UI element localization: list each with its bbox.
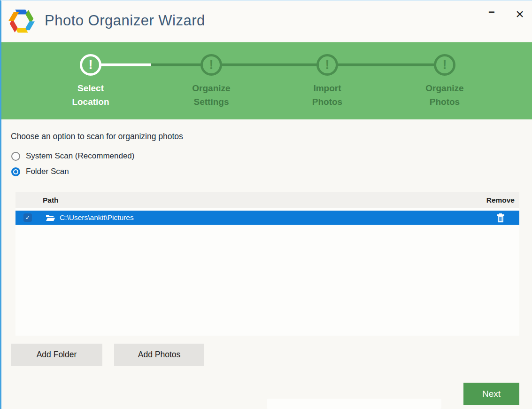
next-button[interactable]: Next (463, 383, 519, 405)
photo-organizer-window: Photo Organizer Wizard – × ! Select Loca… (0, 0, 532, 409)
step-label: Select Location (72, 81, 109, 109)
step-label: Import Photos (312, 81, 342, 109)
folder-path: C:\Users\ankit\Pictures (60, 213, 134, 222)
close-icon: × (516, 6, 524, 22)
radio-system-scan[interactable]: System Scan (Recommended) (11, 150, 134, 162)
minimize-icon: – (488, 5, 494, 18)
window-title: Photo Organizer Wizard (45, 12, 205, 29)
radio-unselected-icon[interactable] (11, 152, 20, 161)
step-select-location[interactable]: ! Select Location (51, 42, 131, 109)
folder-list: Path Remove ✓ C:\Users\ankit\Pictures (15, 192, 519, 336)
column-path: Path (43, 196, 59, 204)
step-organize-photos[interactable]: ! Organize Photos (405, 42, 485, 109)
add-folder-button[interactable]: Add Folder (11, 344, 102, 366)
radio-label: Folder Scan (26, 167, 69, 176)
exclamation-icon: ! (200, 54, 222, 76)
check-icon: ✓ (25, 214, 30, 221)
step-organize-settings[interactable]: ! Organize Settings (171, 42, 251, 109)
folder-list-header: Path Remove (15, 192, 519, 208)
glare-artifact (267, 399, 441, 409)
scan-options-heading: Choose an option to scan for organizing … (11, 132, 183, 142)
minimize-button[interactable]: – (481, 2, 502, 21)
close-button[interactable]: × (509, 5, 530, 24)
folder-row-selected[interactable]: ✓ C:\Users\ankit\Pictures (15, 211, 519, 225)
wizard-stepper: ! Select Location ! Organize Settings ! … (1, 42, 532, 119)
radio-selected-icon[interactable] (11, 167, 20, 176)
exclamation-icon: ! (434, 54, 455, 76)
column-remove: Remove (486, 196, 515, 204)
step-label: Organize Photos (425, 81, 463, 109)
add-photos-button[interactable]: Add Photos (114, 344, 204, 366)
step-import-photos[interactable]: ! Import Photos (287, 42, 367, 109)
row-checkbox[interactable]: ✓ (23, 213, 32, 222)
radio-folder-scan[interactable]: Folder Scan (11, 166, 69, 177)
exclamation-icon: ! (80, 54, 101, 76)
open-folder-icon (46, 214, 55, 222)
radio-label: System Scan (Recommended) (26, 151, 134, 161)
exclamation-icon: ! (316, 54, 338, 76)
trash-icon[interactable] (497, 213, 504, 222)
step-label: Organize Settings (192, 81, 230, 109)
app-logo-icon (8, 8, 35, 35)
title-bar: Photo Organizer Wizard – × (1, 1, 532, 42)
